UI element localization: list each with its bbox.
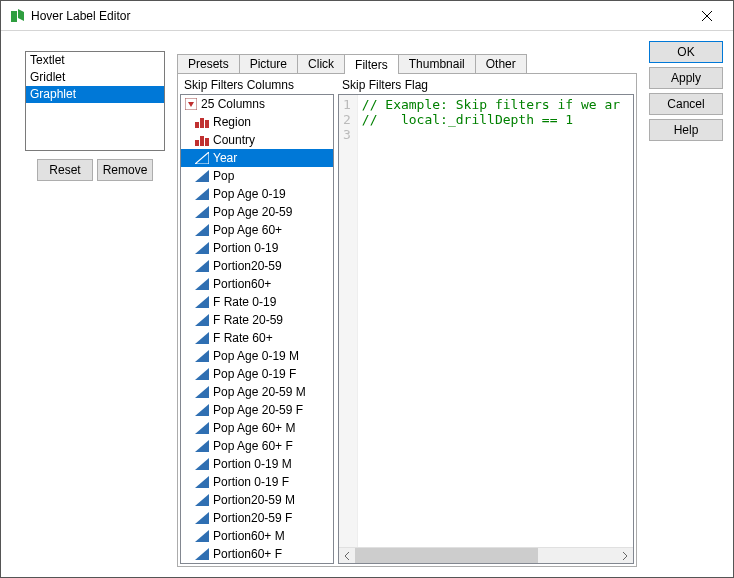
column-item[interactable]: Pop Age 20-59 <box>181 203 333 221</box>
column-label: F Rate 0-19 <box>213 295 276 309</box>
column-item[interactable]: Portion20-59 M <box>181 491 333 509</box>
window-title: Hover Label Editor <box>31 9 685 23</box>
column-label: Pop Age 20-59 M <box>213 385 306 399</box>
apply-button[interactable]: Apply <box>649 67 723 89</box>
continuous-icon <box>195 494 209 506</box>
ok-button[interactable]: OK <box>649 41 723 63</box>
continuous-icon <box>195 422 209 434</box>
column-item[interactable]: Pop Age 60+ F <box>181 437 333 455</box>
line-gutter: 1 2 3 <box>339 95 358 547</box>
tab-presets[interactable]: Presets <box>177 54 240 73</box>
columns-root-label: 25 Columns <box>201 97 265 111</box>
label-type-list[interactable]: TextletGridletGraphlet <box>25 51 165 151</box>
column-label: Pop <box>213 169 234 183</box>
column-label: F Rate 20-59 <box>213 313 283 327</box>
continuous-icon <box>195 476 209 488</box>
column-label: Portion60+ F <box>213 547 282 561</box>
column-item[interactable]: Pop Age 0-19 M <box>181 347 333 365</box>
title-bar: Hover Label Editor <box>1 1 733 31</box>
column-item[interactable]: Pop Age 60+ <box>181 221 333 239</box>
tab-thumbnail[interactable]: Thumbnail <box>398 54 476 73</box>
scroll-left-icon[interactable] <box>339 548 355 564</box>
column-item[interactable]: Portion 0-19 F <box>181 473 333 491</box>
remove-button[interactable]: Remove <box>97 159 153 181</box>
column-item[interactable]: Pop Age 60+ M <box>181 419 333 437</box>
column-item[interactable]: Portion60+ M <box>181 527 333 545</box>
code-area[interactable]: // Example: Skip filters if we ar // loc… <box>358 95 633 547</box>
continuous-icon <box>195 296 209 308</box>
list-item[interactable]: Graphlet <box>26 86 164 103</box>
column-label: Pop Age 60+ <box>213 223 282 237</box>
list-item[interactable]: Gridlet <box>26 69 164 86</box>
column-item[interactable]: F Rate 60+ <box>181 329 333 347</box>
tab-click[interactable]: Click <box>297 54 345 73</box>
column-item[interactable]: Pop Age 0-19 <box>181 185 333 203</box>
column-item[interactable]: F Rate 0-19 <box>181 293 333 311</box>
close-button[interactable] <box>685 2 729 30</box>
column-item[interactable]: Year <box>181 149 333 167</box>
column-label: Region <box>213 115 251 129</box>
continuous-icon <box>195 548 209 560</box>
column-item[interactable]: Portion 0-19 <box>181 239 333 257</box>
columns-root[interactable]: 25 Columns <box>181 95 333 113</box>
column-label: Pop Age 0-19 <box>213 187 286 201</box>
column-label: Pop Age 0-19 M <box>213 349 299 363</box>
column-item[interactable]: Pop <box>181 167 333 185</box>
continuous-icon <box>195 440 209 452</box>
disclosure-icon[interactable] <box>185 98 197 110</box>
column-item[interactable]: Portion 0-19 M <box>181 455 333 473</box>
column-label: Pop Age 60+ M <box>213 421 295 435</box>
continuous-icon <box>195 260 209 272</box>
nominal-icon <box>195 116 209 128</box>
ordinal-icon <box>195 152 209 164</box>
nominal-icon <box>195 134 209 146</box>
tab-filters[interactable]: Filters <box>344 54 399 74</box>
continuous-icon <box>195 170 209 182</box>
tab-other[interactable]: Other <box>475 54 527 73</box>
continuous-icon <box>195 188 209 200</box>
column-label: Portion20-59 F <box>213 511 292 525</box>
columns-tree[interactable]: 25 Columns RegionCountryYearPopPop Age 0… <box>180 94 334 564</box>
tab-panel-filters: Skip Filters Columns 25 Columns RegionCo… <box>177 73 637 567</box>
column-item[interactable]: Country <box>181 131 333 149</box>
column-label: Portion 0-19 <box>213 241 278 255</box>
scroll-track[interactable] <box>355 548 617 564</box>
reset-button[interactable]: Reset <box>37 159 93 181</box>
column-label: Portion20-59 <box>213 259 282 273</box>
cancel-button[interactable]: Cancel <box>649 93 723 115</box>
column-label: Country <box>213 133 255 147</box>
continuous-icon <box>195 512 209 524</box>
column-label: Pop Age 20-59 <box>213 205 292 219</box>
help-button[interactable]: Help <box>649 119 723 141</box>
column-item[interactable]: Portion60+ <box>181 275 333 293</box>
continuous-icon <box>195 314 209 326</box>
code-editor[interactable]: 1 2 3 // Example: Skip filters if we ar … <box>338 94 634 564</box>
continuous-icon <box>195 350 209 362</box>
column-item[interactable]: F Rate 20-59 <box>181 311 333 329</box>
scroll-right-icon[interactable] <box>617 548 633 564</box>
continuous-icon <box>195 458 209 470</box>
column-label: Pop Age 0-19 F <box>213 367 296 381</box>
label-type-panel: TextletGridletGraphlet Reset Remove <box>25 51 165 567</box>
continuous-icon <box>195 404 209 416</box>
column-item[interactable]: Portion20-59 F <box>181 509 333 527</box>
column-label: Portion60+ <box>213 277 271 291</box>
column-item[interactable]: Region <box>181 113 333 131</box>
horizontal-scrollbar[interactable] <box>339 547 633 563</box>
tab-picture[interactable]: Picture <box>239 54 298 73</box>
column-item[interactable]: Pop Age 0-19 F <box>181 365 333 383</box>
column-label: Pop Age 60+ F <box>213 439 293 453</box>
column-item[interactable]: Pop Age 20-59 M <box>181 383 333 401</box>
column-item[interactable]: Portion20-59 <box>181 257 333 275</box>
list-item[interactable]: Textlet <box>26 52 164 69</box>
column-item[interactable]: Pop Age 20-59 F <box>181 401 333 419</box>
column-label: Portion60+ M <box>213 529 285 543</box>
continuous-icon <box>195 206 209 218</box>
continuous-icon <box>195 530 209 542</box>
continuous-icon <box>195 278 209 290</box>
continuous-icon <box>195 242 209 254</box>
column-item[interactable]: Portion60+ F <box>181 545 333 563</box>
continuous-icon <box>195 368 209 380</box>
dialog-buttons: OK Apply Cancel Help <box>649 41 723 567</box>
scroll-thumb[interactable] <box>355 548 538 564</box>
